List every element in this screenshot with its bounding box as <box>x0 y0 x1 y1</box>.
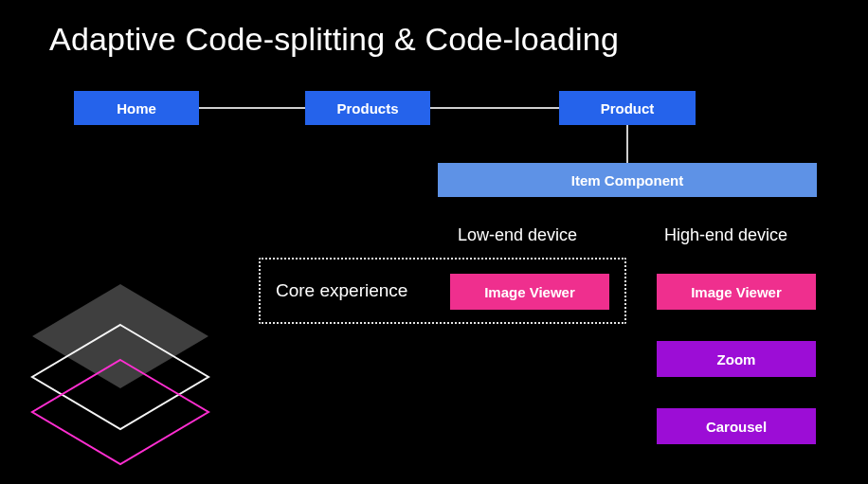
connector-product-item-vertical <box>626 125 628 163</box>
connector-products-product <box>430 107 559 109</box>
core-experience-label: Core experience <box>276 280 407 301</box>
module-high-zoom-label: Zoom <box>717 351 756 367</box>
module-low-image-viewer: Image Viewer <box>450 274 609 310</box>
layered-diamonds-icon <box>24 279 218 469</box>
node-product: Product <box>559 91 696 125</box>
page-title: Adaptive Code-splitting & Code-loading <box>49 21 619 58</box>
module-high-image-viewer-label: Image Viewer <box>691 284 782 300</box>
module-high-zoom: Zoom <box>657 341 816 377</box>
node-home: Home <box>74 91 199 125</box>
node-home-label: Home <box>117 100 156 117</box>
node-products-label: Products <box>336 100 398 117</box>
svg-marker-0 <box>32 284 208 388</box>
node-product-label: Product <box>601 100 655 117</box>
module-high-carousel: Carousel <box>657 408 816 444</box>
module-high-image-viewer: Image Viewer <box>657 274 816 310</box>
column-header-low: Low-end device <box>458 225 577 245</box>
connector-home-products <box>199 107 305 109</box>
column-header-high: High-end device <box>664 225 787 245</box>
module-high-carousel-label: Carousel <box>706 419 767 435</box>
module-low-image-viewer-label: Image Viewer <box>484 284 575 300</box>
node-products: Products <box>305 91 430 125</box>
node-item-component-label: Item Component <box>571 172 683 188</box>
node-item-component: Item Component <box>438 163 817 197</box>
